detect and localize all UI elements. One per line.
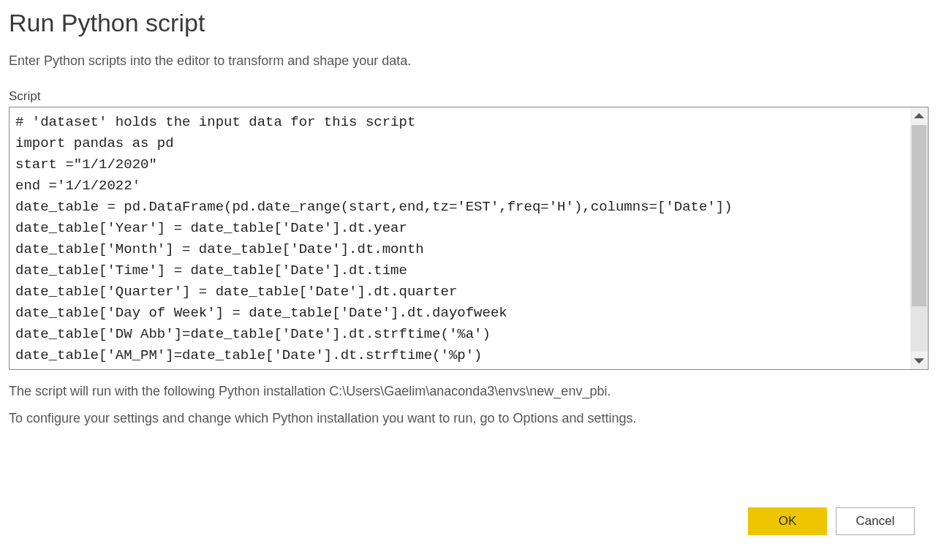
scroll-down-icon[interactable] (910, 352, 928, 369)
script-input[interactable] (10, 107, 910, 369)
script-label: Script (9, 89, 932, 104)
scroll-thumb[interactable] (912, 125, 926, 306)
dialog-buttons: OK Cancel (748, 507, 915, 535)
scroll-up-icon[interactable] (910, 107, 928, 125)
scroll-track[interactable] (910, 125, 928, 352)
cancel-button[interactable]: Cancel (836, 507, 915, 535)
ok-button[interactable]: OK (748, 507, 827, 535)
python-install-info: The script will run with the following P… (9, 382, 932, 401)
run-python-script-dialog: Run Python script Enter Python scripts i… (9, 9, 932, 548)
dialog-title: Run Python script (9, 9, 932, 37)
config-info: To configure your settings and change wh… (9, 409, 932, 428)
scrollbar-vertical[interactable] (910, 107, 928, 369)
script-editor-wrapper (9, 107, 929, 370)
dialog-subtitle: Enter Python scripts into the editor to … (9, 53, 932, 69)
